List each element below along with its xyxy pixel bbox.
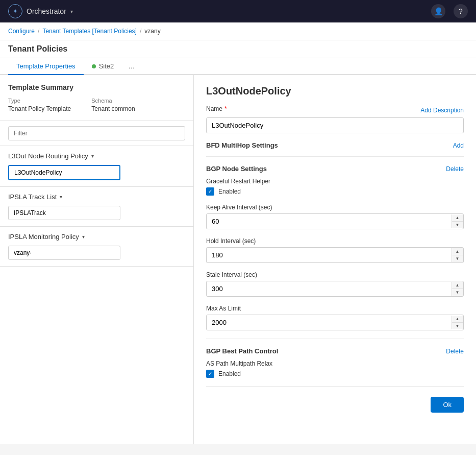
breadcrumb: Configure / Tenant Templates [Tenant Pol… bbox=[0, 22, 476, 40]
nav-icons: 👤 ? bbox=[431, 4, 468, 18]
filter-bar bbox=[0, 121, 193, 146]
hold-interval-row: Hold Interval (sec) ▲ ▼ bbox=[206, 237, 464, 263]
graceful-restart-row: Graceful Restart Helper ✓ Enabled bbox=[206, 178, 464, 196]
ipsla-track-chevron-icon: ▾ bbox=[60, 194, 62, 200]
ipsla-monitoring-header[interactable]: IPSLA Monitoring Policy ▾ bbox=[8, 233, 185, 241]
summary-type-label: Type bbox=[8, 98, 71, 104]
filter-input[interactable] bbox=[8, 126, 185, 140]
ipsla-track-header[interactable]: IPSLA Track List ▾ bbox=[8, 193, 185, 201]
summary-schema-value: Tenant common bbox=[91, 105, 135, 112]
app-logo: ✦ bbox=[8, 4, 22, 18]
ipsla-track-list-section: IPSLA Track List ▾ bbox=[0, 187, 193, 227]
as-path-checkbox-row: ✓ Enabled bbox=[206, 370, 464, 378]
ipsla-monitoring-chevron-icon: ▾ bbox=[82, 234, 85, 240]
bgp-best-path-delete-button[interactable]: Delete bbox=[446, 348, 464, 355]
bfd-section-title: BFD MultiHop Settings bbox=[206, 141, 278, 149]
max-as-limit-row: Max As Limit ▲ ▼ bbox=[206, 305, 464, 330]
breadcrumb-sep2: / bbox=[140, 28, 141, 35]
summary-row: Type Tenant Policy Template Schema Tenan… bbox=[8, 98, 185, 112]
max-as-limit-spinner: ▲ ▼ bbox=[452, 316, 463, 329]
bgp-node-section-header: BGP Node Settings Delete bbox=[206, 165, 464, 173]
keep-alive-down[interactable]: ▼ bbox=[452, 222, 463, 228]
detail-title: L3OutNodePolicy bbox=[206, 85, 464, 97]
tabs-bar: Template Properties Site2 … bbox=[0, 58, 476, 75]
tab-site2-label: Site2 bbox=[99, 62, 114, 70]
btn-row: Ok bbox=[206, 397, 464, 413]
tab-more[interactable]: … bbox=[122, 58, 141, 75]
bgp-node-title: BGP Node Settings bbox=[206, 165, 267, 173]
app-title: Orchestrator bbox=[27, 7, 66, 15]
main-layout: Template Summary Type Tenant Policy Temp… bbox=[0, 75, 476, 444]
bgp-node-divider bbox=[206, 339, 464, 339]
help-icon[interactable]: ? bbox=[454, 4, 468, 18]
template-summary-title: Template Summary bbox=[8, 83, 185, 91]
tab-more-label: … bbox=[128, 62, 135, 70]
template-summary: Template Summary Type Tenant Policy Temp… bbox=[0, 75, 193, 121]
bottom-divider bbox=[206, 386, 464, 387]
stale-interval-input-wrap: ▲ ▼ bbox=[206, 281, 464, 297]
hold-interval-down[interactable]: ▼ bbox=[452, 255, 463, 262]
page-title-bar: Tenant Policies bbox=[0, 40, 476, 58]
required-star: * bbox=[224, 105, 227, 112]
keep-alive-label: Keep Alive Interval (sec) bbox=[206, 204, 464, 211]
summary-schema-label: Schema bbox=[91, 98, 135, 104]
graceful-restart-label: Graceful Restart Helper bbox=[206, 178, 464, 185]
name-label: Name * bbox=[206, 105, 227, 112]
bgp-node-delete-button[interactable]: Delete bbox=[446, 165, 464, 173]
max-as-limit-down[interactable]: ▼ bbox=[452, 323, 463, 329]
content-panel: L3OutNodePolicy Name * Add Description B… bbox=[194, 75, 476, 444]
nav-left: ✦ Orchestrator ▾ bbox=[8, 4, 73, 18]
tab-site2[interactable]: Site2 bbox=[84, 58, 122, 75]
site2-status-dot bbox=[92, 64, 96, 68]
hold-interval-input[interactable] bbox=[206, 247, 464, 263]
l3out-node-policy-input[interactable] bbox=[8, 165, 120, 180]
as-path-check-icon: ✓ bbox=[208, 371, 212, 376]
hold-interval-up[interactable]: ▲ bbox=[452, 248, 463, 255]
stale-interval-input[interactable] bbox=[206, 281, 464, 297]
bfd-section-header: BFD MultiHop Settings Add bbox=[206, 141, 464, 149]
l3out-section-title: L3Out Node Routing Policy ▾ bbox=[8, 152, 94, 160]
ipsla-monitoring-item bbox=[8, 246, 185, 260]
stale-interval-down[interactable]: ▼ bbox=[452, 289, 463, 296]
add-description-link[interactable]: Add Description bbox=[420, 107, 464, 114]
ipsla-track-input[interactable] bbox=[8, 206, 120, 220]
ipsla-track-title-text: IPSLA Track List bbox=[8, 193, 57, 201]
breadcrumb-configure[interactable]: Configure bbox=[8, 28, 35, 35]
as-path-checkbox[interactable]: ✓ bbox=[206, 370, 214, 378]
keep-alive-row: Keep Alive Interval (sec) ▲ ▼ bbox=[206, 204, 464, 229]
tab-template-properties[interactable]: Template Properties bbox=[8, 58, 84, 75]
top-nav: ✦ Orchestrator ▾ 👤 ? bbox=[0, 0, 476, 22]
ipsla-monitoring-section: IPSLA Monitoring Policy ▾ bbox=[0, 227, 193, 267]
l3out-chevron-icon: ▾ bbox=[91, 153, 94, 159]
ok-button[interactable]: Ok bbox=[431, 397, 464, 413]
keep-alive-spinner: ▲ ▼ bbox=[452, 214, 463, 228]
l3out-section-title-text: L3Out Node Routing Policy bbox=[8, 152, 88, 160]
max-as-limit-input[interactable] bbox=[206, 315, 464, 330]
keep-alive-input[interactable] bbox=[206, 213, 464, 229]
name-label-text: Name bbox=[206, 105, 222, 112]
ipsla-track-title: IPSLA Track List ▾ bbox=[8, 193, 62, 201]
l3out-node-routing-policy-section: L3Out Node Routing Policy ▾ bbox=[0, 146, 193, 187]
hold-interval-label: Hold Interval (sec) bbox=[206, 237, 464, 245]
stale-interval-up[interactable]: ▲ bbox=[452, 282, 463, 289]
ipsla-monitoring-title-text: IPSLA Monitoring Policy bbox=[8, 233, 79, 241]
graceful-restart-checkbox[interactable]: ✓ bbox=[206, 187, 214, 196]
l3out-section-header[interactable]: L3Out Node Routing Policy ▾ bbox=[8, 152, 185, 160]
stale-interval-row: Stale Interval (sec) ▲ ▼ bbox=[206, 271, 464, 297]
max-as-limit-up[interactable]: ▲ bbox=[452, 316, 463, 323]
bgp-best-path-header: BGP Best Path Control Delete bbox=[206, 347, 464, 355]
name-input[interactable] bbox=[206, 117, 464, 133]
user-icon[interactable]: 👤 bbox=[431, 4, 445, 18]
max-as-limit-input-wrap: ▲ ▼ bbox=[206, 315, 464, 330]
keep-alive-input-wrap: ▲ ▼ bbox=[206, 213, 464, 229]
breadcrumb-tenant-templates[interactable]: Tenant Templates [Tenant Policies] bbox=[42, 28, 137, 35]
graceful-restart-enabled-label: Enabled bbox=[218, 188, 241, 195]
stale-interval-label: Stale Interval (sec) bbox=[206, 271, 464, 278]
hold-interval-input-wrap: ▲ ▼ bbox=[206, 247, 464, 263]
breadcrumb-sep1: / bbox=[38, 28, 39, 35]
name-form-row: Name * Add Description bbox=[206, 105, 464, 133]
hold-interval-spinner: ▲ ▼ bbox=[452, 248, 463, 262]
ipsla-monitoring-input[interactable] bbox=[8, 246, 120, 260]
bfd-add-button[interactable]: Add bbox=[453, 142, 464, 149]
keep-alive-up[interactable]: ▲ bbox=[452, 214, 463, 222]
